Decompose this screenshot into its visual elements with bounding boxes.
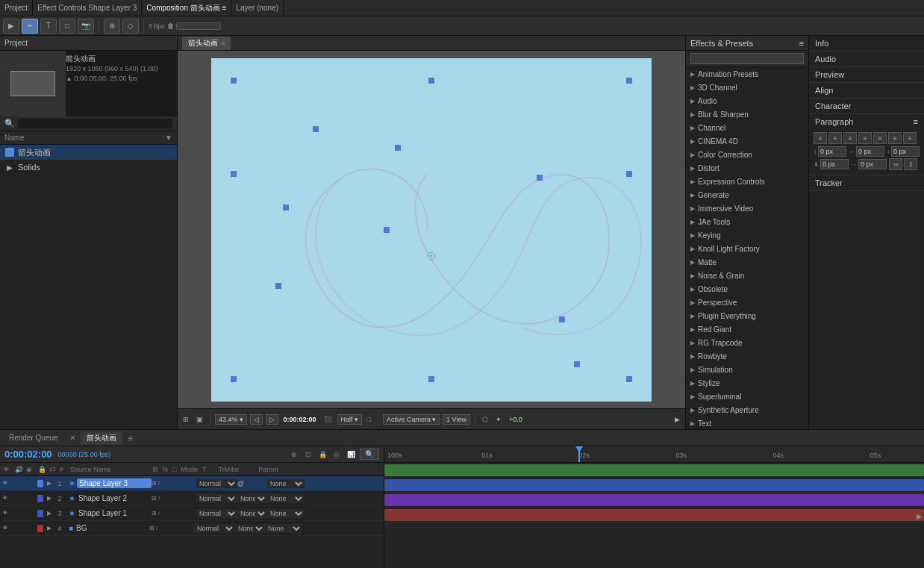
toolbar-view-btn[interactable]: ▣ bbox=[194, 415, 205, 424]
camera-view-control[interactable]: Active Camera ▾ bbox=[383, 414, 440, 425]
layer-3-trkmat[interactable]: None bbox=[237, 509, 267, 518]
layer-3-solo-btn[interactable] bbox=[19, 508, 27, 519]
align-justify2-btn[interactable]: ≡ bbox=[873, 132, 887, 144]
render-queue-tab[interactable]: Render Queue bbox=[3, 432, 64, 443]
effect-cat-perspective[interactable]: ▶ Perspective bbox=[686, 296, 808, 309]
layer-3-vis-btn[interactable]: 👁 bbox=[1, 508, 10, 519]
layer-2-trkmat[interactable]: None bbox=[237, 494, 267, 503]
bezier-point-1[interactable] bbox=[313, 126, 319, 132]
layer-1-vis-btn[interactable]: 👁 bbox=[1, 478, 10, 489]
composition-tab[interactable]: Composition 箭头动画 ≡ bbox=[142, 0, 231, 16]
sort-arrow-icon[interactable]: ▼ bbox=[165, 134, 172, 142]
layer-4-solo-btn[interactable] bbox=[19, 523, 27, 534]
tl-graph-btn[interactable]: 📊 bbox=[345, 449, 357, 461]
layer-3-parent-select[interactable]: None bbox=[267, 509, 305, 518]
playhead[interactable] bbox=[578, 446, 580, 462]
effects-search-input[interactable] bbox=[690, 53, 804, 64]
align-right-btn[interactable]: ≡ bbox=[843, 132, 857, 144]
effect-cat-audio[interactable]: ▶ Audio bbox=[686, 94, 808, 107]
spacing-input-3[interactable] bbox=[891, 146, 920, 157]
layer-1-mode[interactable]: Normal bbox=[196, 479, 237, 488]
resolution-control[interactable]: ◁ bbox=[250, 414, 263, 425]
layer-1-solo-btn[interactable] bbox=[19, 478, 27, 489]
toolbar-grid-btn[interactable]: ⊞ bbox=[181, 415, 191, 424]
render-queue-close[interactable]: ✕ bbox=[67, 434, 78, 442]
bezier-point-2[interactable] bbox=[395, 145, 401, 151]
search-input[interactable] bbox=[18, 119, 172, 128]
toggle-transparency[interactable]: □ bbox=[365, 415, 373, 424]
preview-header[interactable]: Preview bbox=[809, 67, 924, 82]
character-header[interactable]: Character bbox=[809, 99, 924, 113]
handle-tc[interactable] bbox=[428, 78, 434, 84]
layer-2-mode-select[interactable]: Normal bbox=[196, 494, 237, 503]
view-count-control[interactable]: 1 View bbox=[443, 414, 470, 425]
bezier-point-8[interactable] bbox=[574, 361, 580, 367]
layer-3-expand-btn[interactable]: ▶ bbox=[46, 508, 54, 519]
effect-cat-color[interactable]: ▶ Color Correction bbox=[686, 148, 808, 161]
zoom-control[interactable]: 43.4% ▾ bbox=[215, 414, 247, 425]
layer-1-mode-select[interactable]: Normal bbox=[196, 479, 237, 488]
effect-cat-matte[interactable]: ▶ Matte bbox=[686, 255, 808, 269]
layer-2-solo-btn[interactable] bbox=[19, 493, 27, 504]
handle-bl[interactable] bbox=[231, 376, 237, 382]
layer-3-parent[interactable]: None bbox=[267, 509, 305, 518]
project-item-solids[interactable]: ▶ Solids bbox=[0, 160, 177, 175]
layer-3-audio-btn[interactable] bbox=[10, 508, 19, 519]
tool-pen[interactable]: ✒ bbox=[22, 19, 38, 34]
exposure-display[interactable]: +0.0 bbox=[507, 415, 525, 424]
layer-2-trkmat-select[interactable]: None bbox=[237, 494, 267, 503]
effect-cat-3d[interactable]: ▶ 3D Channel bbox=[686, 81, 808, 94]
track-block-1[interactable] bbox=[384, 464, 924, 476]
tracker-header[interactable]: Tracker bbox=[809, 175, 924, 190]
effect-cat-simulation[interactable]: ▶ Simulation bbox=[686, 363, 808, 376]
timeline-menu-icon[interactable]: ≡ bbox=[128, 434, 133, 443]
spacing-input-1[interactable] bbox=[818, 146, 846, 157]
effect-cat-animation[interactable]: ▶ Animation Presets bbox=[686, 67, 808, 81]
layer-2-sw2[interactable]: / bbox=[158, 495, 160, 502]
color-picker[interactable]: ⬛ bbox=[322, 415, 334, 424]
effect-cat-plugin[interactable]: ▶ Plugin Everything bbox=[686, 309, 808, 322]
layer-3-mode[interactable]: Normal bbox=[196, 509, 237, 518]
layer-1-lock-btn[interactable] bbox=[28, 478, 36, 489]
bezier-point-4[interactable] bbox=[283, 205, 289, 210]
quality-control[interactable]: Half ▾ bbox=[337, 414, 362, 425]
project-search-bar[interactable]: 🔍 bbox=[0, 116, 177, 131]
tool-shape[interactable]: □ bbox=[59, 19, 75, 34]
project-tab[interactable]: Project bbox=[0, 0, 33, 16]
layer-row-2[interactable]: 👁 ▶ 2 ★ Shape Layer 2 ⊞ / bbox=[0, 491, 384, 506]
track-block-2[interactable] bbox=[384, 479, 924, 491]
effect-cat-noise[interactable]: ▶ Noise & Grain bbox=[686, 269, 808, 282]
effect-cat-generate[interactable]: ▶ Generate bbox=[686, 188, 808, 202]
layer-4-sw1[interactable]: ⊞ bbox=[149, 525, 154, 531]
layer-3-trkmat-select[interactable]: None bbox=[237, 509, 267, 518]
tl-render-btn[interactable]: ⊕ bbox=[288, 449, 300, 461]
track-block-4[interactable] bbox=[384, 509, 924, 521]
trash-icon[interactable]: 🗑 bbox=[167, 22, 174, 30]
bezier-point-3[interactable] bbox=[537, 175, 543, 181]
tool-camera[interactable]: 📷 bbox=[78, 19, 94, 34]
paragraph-menu-icon[interactable]: ≡ bbox=[914, 117, 918, 126]
layer-tab[interactable]: Layer (none) bbox=[231, 0, 284, 16]
effect-cat-cinema[interactable]: ▶ CINEMA 4D bbox=[686, 134, 808, 148]
layer-4-expand-btn[interactable]: ▶ bbox=[46, 523, 54, 534]
timeline-tab[interactable]: 箭头动画 bbox=[81, 431, 122, 445]
handle-mr[interactable] bbox=[626, 171, 632, 177]
layer-1-sw2[interactable]: / bbox=[158, 480, 160, 487]
resolution-btn2[interactable]: ▷ bbox=[266, 414, 278, 425]
tl-solo-btn[interactable]: ◎ bbox=[331, 449, 343, 461]
layer-3-lock-btn[interactable] bbox=[28, 508, 36, 519]
track-block-3[interactable] bbox=[384, 494, 924, 506]
layer-1-trkmat[interactable]: @ bbox=[237, 480, 267, 487]
effect-controls-tab[interactable]: Effect Controls Shape Layer 3 bbox=[33, 0, 142, 16]
current-time-display[interactable]: 0:00:02:00 bbox=[4, 449, 52, 460]
tl-search-btn[interactable]: 🔍 bbox=[360, 449, 379, 460]
layer-row-1[interactable]: 👁 ▶ 1 ★ Shape Layer 3 ⊞ / bbox=[0, 476, 384, 491]
layer-4-trkmat-select[interactable]: None bbox=[235, 524, 265, 533]
layer-2-parent-select[interactable]: None bbox=[267, 494, 305, 503]
layer-1-sw1[interactable]: ⊞ bbox=[152, 480, 157, 487]
tl-lock-btn[interactable]: 🔒 bbox=[316, 449, 328, 461]
layer-4-audio-btn[interactable] bbox=[10, 523, 19, 534]
effect-cat-expression[interactable]: ▶ Expression Controls bbox=[686, 175, 808, 188]
layer-1-parent[interactable]: None bbox=[267, 479, 305, 488]
tool-mask[interactable]: ◇ bbox=[122, 19, 139, 34]
